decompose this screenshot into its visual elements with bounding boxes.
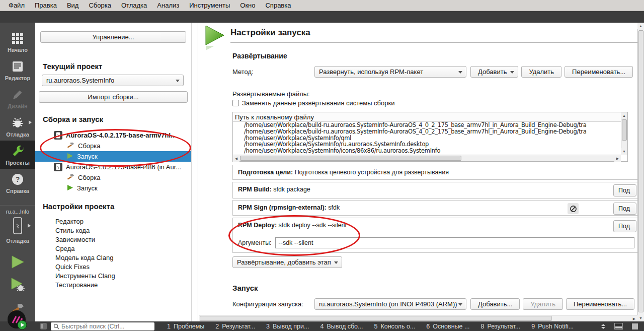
scroll-down-icon[interactable]: ▼ [637,315,644,321]
table-row[interactable]: /home/user/Workplace/SystemInfo/icons/86… [244,148,627,154]
scrollbar-thumb[interactable] [638,30,643,312]
scrollbar-thumb[interactable] [622,119,627,141]
run-rename-button[interactable]: Переименовать... [566,298,634,310]
current-project-select[interactable]: ru.auroraos.SystemInfo [42,75,184,86]
scroll-right-icon[interactable]: ▶ [614,155,621,162]
details-button[interactable]: Под [613,184,636,196]
settings-item-clang-model[interactable]: Модель кода Clang [35,253,191,262]
override-checkbox[interactable] [232,100,239,106]
kit-armv7hl-run[interactable]: Запуск [35,151,191,162]
settings-item-quick-fixes[interactable]: Quick Fixes [35,262,191,272]
main-vertical-scrollbar[interactable]: ▲ ▼ [637,23,644,321]
kit-i486-run[interactable]: Запуск [35,183,191,193]
scroll-up-icon[interactable]: ▲ [621,112,627,119]
scroll-up-icon[interactable]: ▲ [637,23,644,29]
menu-view[interactable]: Вид [62,1,84,10]
settings-item-dependencies[interactable]: Зависимости [35,235,191,244]
phone-icon [12,216,24,237]
details-button[interactable]: Под [613,220,636,232]
pane-general-messages[interactable]: 6Основные ... [421,323,475,330]
kit-item-armv7hl[interactable]: AuroraOS-4.0.2.175-base-armv7hl... [35,130,191,141]
chevron-right-icon[interactable] [28,224,31,228]
table-body: /home/user/Workplace/build-ru.auroraos.S… [233,122,627,154]
settings-item-testing[interactable]: Тестирование [35,281,191,290]
kit-armv7hl-build[interactable]: Сборка [35,141,191,151]
kit-i486-build[interactable]: Сборка [35,172,191,183]
mode-sidebar: Начало Редактор Дизайн Отладка Прое [0,23,35,321]
deploy-add-button[interactable]: Добавить [470,66,518,78]
scroll-down-icon[interactable]: ▼ [621,148,627,155]
output-pane-icon[interactable] [614,323,623,329]
disable-step-icon[interactable] [568,203,579,214]
deploy-method-select[interactable]: Развернуть, используя RPM-пакет [314,66,466,78]
mode-welcome[interactable]: Начало [0,28,35,56]
deploy-remove-button[interactable]: Удалить [521,66,561,78]
settings-item-editor[interactable]: Редактор [35,217,191,226]
menu-build[interactable]: Сборка [84,1,116,10]
run-section-heading: Запуск [232,284,258,292]
run-button[interactable] [10,255,25,271]
menu-file[interactable]: Файл [4,1,29,10]
scroll-left-icon[interactable]: ◀ [233,155,239,162]
app-launcher-icon[interactable] [7,309,28,330]
settings-item-environment[interactable]: Среда [35,244,191,253]
mode-projects[interactable]: Проекты [0,141,35,169]
mode-debug-label: Отладка [6,131,29,138]
table-row[interactable]: /home/user/Workplace/build-ru.auroraos.S… [244,122,627,128]
table-horizontal-scrollbar[interactable]: ◀ ▶ [233,155,621,161]
chevron-down-icon [176,80,180,82]
mode-edit-label: Редактор [5,75,30,81]
override-row: Заменять данные развёртывания системы сб… [232,99,394,107]
run-config-select[interactable]: ru.auroraos.SystemInfo (on INOI P4903 (A… [314,298,466,310]
manage-kits-button[interactable]: Управление... [40,31,186,43]
menu-analyze[interactable]: Анализ [152,1,184,10]
statusbar-right [601,323,644,329]
mode-edit[interactable]: Редактор [0,56,35,84]
panel-square-icon[interactable] [632,323,638,329]
table-vertical-scrollbar[interactable]: ▲ ▼ [621,112,627,155]
run-config-row: Конфигурация запуска: ru.auroraos.System… [232,298,637,310]
menu-window[interactable]: Окно [235,1,260,10]
kit-selector[interactable]: ru.a...Info Отладка [0,205,35,244]
mode-debug[interactable]: Отладка [0,112,35,141]
maximize-pane-icon[interactable] [601,324,605,329]
settings-item-code-style[interactable]: Стиль кода [35,226,191,235]
mode-help[interactable]: ? Справка [0,169,35,197]
pane-app-output[interactable]: 3Вывод при... [261,323,314,330]
locator-search[interactable]: Быстрый поиск (Ctrl... [51,322,154,330]
import-build-button[interactable]: Импорт сборки... [39,91,188,103]
scrollbar-thumb[interactable] [240,156,461,161]
run-step-label: Запуск [77,184,98,192]
pane-test-results[interactable]: 8Результат... [475,323,526,330]
scrollbar-thumb[interactable] [200,316,552,321]
chevron-right-icon[interactable] [29,120,32,124]
search-placeholder: Быстрый поиск (Ctrl... [61,323,124,330]
mode-projects-label: Проекты [6,160,30,166]
table-row[interactable]: /home/user/Workplace/build-ru.auroraos.S… [244,128,627,135]
table-header[interactable]: Путь к локальному файлу [233,112,627,122]
run-add-button[interactable]: Добавить... [470,298,520,310]
settings-item-clang-tools[interactable]: Инструменты Clang [35,272,191,281]
menu-edit[interactable]: Правка [30,1,61,10]
pane-qml-console[interactable]: 5Консоль о... [368,323,421,330]
kit-item-i486[interactable]: AuroraOS-4.0.2.175-base-i486 (in Aur... [35,162,191,172]
project-settings-heading: Настройки проекта [43,202,191,211]
grid-icon [11,31,24,45]
menu-debug[interactable]: Отладка [117,1,151,10]
pane-push-notifications[interactable]: 9Push Notifi... [526,323,579,330]
pane-compile-output[interactable]: 4Вывод сбо... [314,323,368,330]
add-deploy-step-button[interactable]: Развёртывание, добавить этап [232,256,342,268]
sidebar-toggle-icon[interactable] [40,323,47,329]
menu-bar: Файл Правка Вид Сборка Отладка Анализ Ин… [0,0,644,11]
pane-search-results[interactable]: 2Результат... [210,323,261,330]
menu-tools[interactable]: Инструменты [185,1,234,10]
main-horizontal-scrollbar[interactable]: ▶ [199,315,637,321]
args-input[interactable]: --sdk --silent [275,237,634,248]
details-button[interactable]: Под [613,203,636,215]
debug-run-button[interactable] [10,278,26,294]
args-label: Аргументы: [238,239,272,246]
step-rpm-deploy: RPM Deploy: sfdk deploy --sdk --silent П… [232,218,638,253]
menu-help[interactable]: Справка [261,1,295,10]
pane-problems[interactable]: 1Проблемы [162,323,210,330]
deploy-rename-button[interactable]: Переименовать... [565,66,633,78]
